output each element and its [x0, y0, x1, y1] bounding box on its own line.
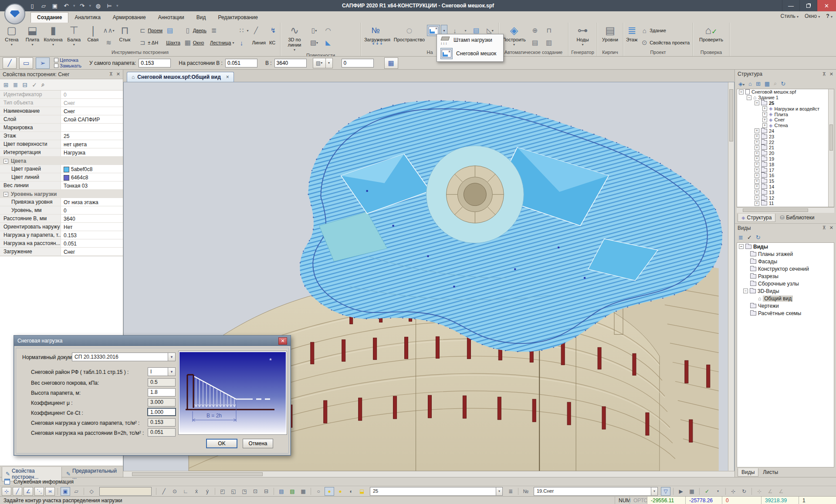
- slab-button[interactable]: ⬓Плита▾: [23, 24, 43, 47]
- tree-item-building[interactable]: −⌂Здание 1: [737, 95, 834, 101]
- tree-item-floor-16[interactable]: +16: [737, 173, 834, 178]
- circle-mode-button[interactable]: ⊙: [170, 487, 179, 496]
- ks-button[interactable]: КС: [268, 37, 278, 48]
- view-item-sections[interactable]: Разрезы: [737, 272, 834, 280]
- book-blue-button[interactable]: ▤: [277, 487, 286, 496]
- view-item-facades[interactable]: Фасады: [737, 258, 834, 265]
- panel-close-icon[interactable]: ✕: [829, 225, 833, 231]
- more-tools-icon[interactable]: ▾: [713, 487, 723, 496]
- combo-arrow-icon[interactable]: ▾: [168, 367, 176, 376]
- prop-row-line-color[interactable]: Цвет линий6464c8: [0, 173, 123, 181]
- snap-mid-button[interactable]: ≍: [45, 487, 55, 496]
- prop-row-line-weight[interactable]: Вес линииТонкая 03: [0, 181, 123, 190]
- wall-button[interactable]: ▢Стена▾: [2, 24, 22, 47]
- export-icon[interactable]: ◍: [94, 2, 102, 10]
- normative-doc-combo[interactable]: СП 20.13330.2016▾: [72, 353, 176, 361]
- tab-libraries[interactable]: ⛁Библиотеки: [776, 214, 818, 222]
- apply-icon[interactable]: ✓: [32, 81, 37, 88]
- floor-combo[interactable]: 25▾: [370, 487, 503, 496]
- dialog-title-bar[interactable]: Снеговая нагрузка ✕: [14, 336, 291, 346]
- distance-load-input[interactable]: [225, 59, 257, 67]
- rotate-x-button[interactable]: ẋ: [192, 487, 201, 496]
- views-tree[interactable]: −Виды Планы этажей Фасады Конструктор се…: [737, 242, 834, 467]
- save-icon[interactable]: ▣: [51, 2, 59, 10]
- prop-row-face-color[interactable]: Цвет граней5abef0c8: [0, 165, 123, 173]
- stairs-icon-button[interactable]: ≣: [209, 25, 236, 36]
- canvas-vertical-scrollbar[interactable]: [728, 82, 734, 471]
- ortho-indicator[interactable]: ОРТО: [630, 497, 647, 504]
- measure-icon[interactable]: ⊨: [105, 2, 114, 10]
- loadcase-combo-arrow[interactable]: ▾: [651, 487, 658, 496]
- tree-item-floor-24[interactable]: +24: [737, 128, 834, 134]
- add-grid-icon[interactable]: ▦: [765, 81, 770, 87]
- lamp-on-button[interactable]: ●: [335, 487, 345, 496]
- pencil-icon-button[interactable]: ╱: [250, 25, 267, 36]
- tree-item-floor-11[interactable]: +11: [737, 201, 834, 206]
- floor-combo-arrow[interactable]: ▾: [496, 487, 503, 496]
- snap-angle-button[interactable]: ∠: [24, 487, 33, 496]
- view-gear-button[interactable]: ⊡: [250, 487, 260, 496]
- window-menu[interactable]: Окно ▾: [805, 13, 820, 19]
- layers-button[interactable]: ≣: [506, 487, 515, 496]
- menu-item-snow-bag[interactable]: Снеговой мешок: [437, 46, 503, 61]
- new-file-icon[interactable]: ▯: [28, 2, 37, 10]
- face-color-swatch[interactable]: [64, 167, 69, 172]
- prop-row-name[interactable]: НаименованиеСнег: [0, 107, 123, 115]
- beam-button[interactable]: ⊤Балка▾: [64, 24, 84, 47]
- line-color-swatch[interactable]: [64, 175, 69, 181]
- 3d-by-line-button[interactable]: ∿3D по линии▾: [282, 24, 307, 53]
- shaft-icon-button[interactable]: ▤: [165, 25, 182, 36]
- prop-row-level-binding[interactable]: Привязка уровняОт низа этажа: [0, 198, 123, 206]
- line-button[interactable]: Линия: [250, 37, 267, 48]
- move-disabled-button[interactable]: ⊹: [755, 487, 764, 496]
- close-button[interactable]: ✕: [817, 0, 836, 11]
- rect-tool-button[interactable]: ▭: [19, 57, 33, 69]
- search-icon[interactable]: ⌕: [41, 81, 45, 88]
- snow-region-combo[interactable]: I▾: [148, 367, 176, 376]
- tree-item-floor-22[interactable]: +22: [737, 139, 834, 145]
- check-model-button[interactable]: ✓: [702, 487, 712, 496]
- prop-row-load-case[interactable]: ЗагружениеСнег: [0, 248, 123, 256]
- pin-icon[interactable]: ⊼: [109, 71, 113, 77]
- rotate-y-button[interactable]: ẏ: [203, 487, 212, 496]
- view-cube-2-button[interactable]: ◱: [229, 487, 238, 496]
- window-button[interactable]: ▦Окно: [183, 37, 208, 48]
- style-menu[interactable]: Стиль ▾: [781, 13, 799, 19]
- restore-button[interactable]: [799, 0, 817, 11]
- tree-item-floor-23[interactable]: +23: [737, 134, 834, 139]
- panel-close-icon[interactable]: ✕: [116, 71, 120, 77]
- refresh-icon[interactable]: ↻: [781, 81, 785, 87]
- refresh-views-icon[interactable]: ↻: [756, 234, 761, 241]
- tree-item-floor-25[interactable]: −25: [737, 101, 834, 106]
- pin-icon[interactable]: ⊼: [822, 225, 826, 231]
- binoculars-icon[interactable]: ⌕: [774, 80, 777, 87]
- tab-views[interactable]: Виды: [738, 468, 758, 477]
- help-menu[interactable]: ? ▾: [826, 13, 833, 19]
- parapet-height-field[interactable]: 1.8: [148, 388, 176, 396]
- lamp-off-button[interactable]: ○: [314, 487, 323, 496]
- service-info-row[interactable]: Служебная информация: [0, 477, 836, 486]
- mode-combo-arrow[interactable]: ▾: [326, 58, 333, 68]
- views-settings-icon[interactable]: ≣: [738, 234, 743, 241]
- qat-customize-icon[interactable]: ▾: [116, 3, 118, 8]
- tree-item-wall[interactable]: +◈Стена: [737, 123, 834, 128]
- workplane-button[interactable]: ◇: [87, 487, 96, 496]
- surface-box-button[interactable]: ▧▾: [308, 37, 321, 48]
- prop-row-load-at-distance[interactable]: Нагрузка на расстоян...0.051: [0, 239, 123, 248]
- tree-item-snow[interactable]: +◈Снег: [737, 117, 834, 123]
- filter-funnel-button[interactable]: ▽: [661, 487, 670, 496]
- drop-load-button[interactable]: ↓: [236, 37, 250, 48]
- structure-hscroll-thumb[interactable]: [743, 208, 808, 212]
- tree-item-floor-14[interactable]: +14: [737, 184, 834, 190]
- num-indicator[interactable]: NUM: [615, 497, 630, 504]
- column-button[interactable]: ▮Колонна▾: [43, 24, 63, 47]
- prop-row-marking[interactable]: Маркировка: [0, 124, 123, 132]
- snap-grid-button[interactable]: ⊹: [2, 487, 11, 496]
- book-green-button[interactable]: ▤: [288, 487, 297, 496]
- stairs-button[interactable]: Лестница▾: [209, 37, 236, 48]
- prop-row-id[interactable]: Идентификатор0: [0, 91, 123, 99]
- line-tool-button[interactable]: ╱: [3, 57, 17, 69]
- tree-item-floor-21[interactable]: +21: [737, 145, 834, 151]
- auto-stack-button[interactable]: ▤: [528, 37, 542, 48]
- expand-all-icon[interactable]: ⊞: [3, 81, 9, 88]
